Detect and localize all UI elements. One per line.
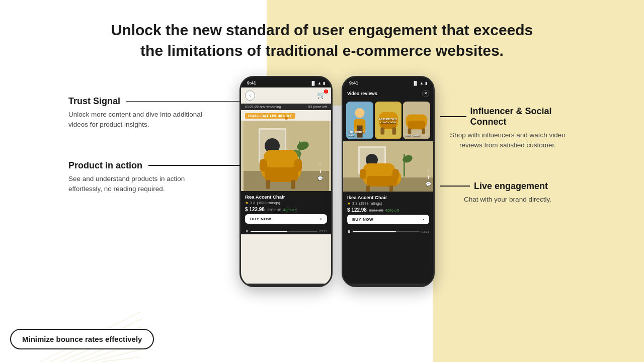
price-original-2: $182.98: [369, 208, 383, 213]
influencer-title: Influencer & Social Connect: [440, 106, 576, 127]
rating-count: (1988 ratings): [257, 201, 280, 205]
progress-time: 03:21: [319, 230, 327, 233]
close-button[interactable]: ✕: [422, 90, 429, 97]
cart-button[interactable]: 🛒 2: [317, 90, 327, 101]
phone-1-product-info: Ikea Accent Chair ★ 3.8 (1988 ratings) $…: [241, 191, 331, 228]
svg-rect-10: [264, 150, 298, 167]
phone-1-screen: 9:41 ▐▌ ▲ ▮ ‹ 🛒 2: [241, 77, 331, 286]
svg-rect-9: [265, 167, 298, 182]
svg-rect-13: [260, 159, 267, 171]
product-in-action-text: See and understand products in action ef…: [68, 174, 219, 195]
live-engagement-text: Chat with your brand directly.: [440, 195, 576, 205]
phone-2-buy-button[interactable]: BUY NOW ›: [347, 215, 429, 224]
cart-badge: 2: [324, 89, 328, 94]
phone-2-product-image: ♡ ℹ 💬: [343, 141, 433, 192]
heading-line2: the limitations of traditional e-commerc…: [140, 42, 504, 59]
product-in-action-title: Product in action: [68, 160, 239, 171]
product-in-action-line: [148, 165, 239, 166]
svg-rect-44: [366, 186, 370, 192]
thumb-1-label: The corner sofa.: [348, 130, 371, 137]
annotation-trust-signal: Trust Signal Unlock more content and div…: [68, 96, 239, 130]
phone-2-screen: 9:41 ▐▌ ▲ ▮ Video reviews ✕: [343, 77, 433, 286]
pause-icon: ⏸: [245, 229, 249, 233]
video-reviews-label: Video reviews: [347, 91, 377, 96]
live-engagement-line: [440, 186, 470, 187]
svg-point-19: [355, 108, 364, 118]
annotation-product-in-action: Product in action See and understand pro…: [68, 160, 239, 195]
phone-1-progress-bar: ⏸ 03:21: [241, 228, 331, 234]
cta-badge[interactable]: Minimize bounce rates effectively: [10, 329, 154, 349]
phone-2-status-icons: ▐▌ ▲ ▮: [413, 81, 427, 85]
svg-rect-45: [389, 186, 393, 192]
video-thumb-1[interactable]: The corner sofa.: [346, 102, 373, 139]
cta-badge-text: Minimize bounce rates effectively: [22, 335, 142, 343]
price-current-2: $ 122.98: [347, 207, 367, 213]
wifi-icon-2: ▲: [420, 81, 424, 85]
pieces-left: 03 piece left: [308, 105, 327, 109]
star-icon-2: ★: [347, 201, 351, 206]
phone-1-product-name: Ikea Accent Chair: [245, 194, 327, 200]
right-annotations: Influencer & Social Connect Shop with in…: [435, 76, 576, 235]
video-thumbs-row: The corner sofa.: [343, 100, 433, 141]
progress-fill-2: [353, 231, 396, 232]
phone-1-buy-button[interactable]: BUY NOW ›: [245, 214, 327, 224]
trust-signal-line: [126, 101, 239, 102]
svg-rect-26: [392, 127, 396, 134]
progress-fill: [251, 231, 287, 232]
phone-2: 9:41 ▐▌ ▲ ▮ Video reviews ✕: [342, 76, 435, 287]
thumb-2-caption: Exceptionally comfortable: [379, 117, 397, 124]
svg-rect-41: [363, 163, 395, 176]
scroll-dot: [285, 117, 288, 120]
svg-rect-11: [266, 180, 270, 189]
progress-track-2: [353, 231, 420, 232]
rating-value-2: 3.8: [352, 201, 357, 206]
phone-1-time: 9:41: [247, 80, 256, 85]
svg-rect-12: [291, 180, 295, 189]
phone-1-status-icons: ▐▌ ▲ ▮: [310, 81, 325, 85]
svg-text:💬: 💬: [426, 181, 432, 187]
rating-count-2: (1988 ratings): [359, 201, 382, 206]
back-button[interactable]: ‹: [245, 90, 255, 101]
video-thumb-3[interactable]: Cozy sofa.: [403, 102, 430, 139]
arrow-right-icon: ›: [320, 217, 322, 221]
svg-rect-29: [408, 121, 426, 129]
svg-rect-42: [360, 169, 366, 179]
phone-1-product-image: ♡ ℹ 💬: [241, 121, 331, 191]
live-engagement-title: Live engagement: [440, 181, 576, 192]
signal-icon-2: ▐▌: [413, 81, 418, 85]
svg-rect-43: [392, 169, 399, 179]
battery-icon-2: ▮: [425, 81, 427, 85]
sale-badge: DIWALI SALE LIVE 40% OFF: [245, 113, 295, 119]
timer-text: 01:21:22 hrs remaining: [245, 105, 281, 109]
price-discount: 40% off: [283, 208, 297, 212]
annotation-live-engagement: Live engagement Chat with your brand dir…: [440, 181, 576, 205]
phone-2-content: Video reviews ✕: [343, 87, 433, 284]
progress-track: [251, 231, 317, 232]
trust-signal-title: Trust Signal: [68, 96, 239, 107]
phone-1-rating: ★ 3.8 (1988 ratings): [245, 201, 327, 205]
phone-2-progress-bar: ⏸ 03:21: [343, 228, 433, 235]
heading-line1: Unlock the new standard of user engageme…: [111, 22, 533, 38]
buy-now-label-2: BUY NOW: [352, 217, 373, 222]
phones-area: 9:41 ▐▌ ▲ ▮ ‹ 🛒 2: [239, 76, 435, 287]
trust-signal-text: Unlock more content and dive into additi…: [68, 110, 219, 130]
svg-text:♡: ♡: [318, 162, 322, 167]
battery-icon: ▮: [323, 81, 325, 85]
phone-1-header: ‹ 🛒 2: [241, 87, 331, 104]
influencer-text: Shop with influencers and watch video re…: [440, 130, 576, 151]
phone-1-content: ‹ 🛒 2 01:21:22 hrs remaining 03 piece le…: [241, 87, 331, 284]
product-illustration: ♡ ℹ 💬: [244, 121, 329, 191]
phone-2-product-name: Ikea Accent Chair: [347, 195, 429, 200]
phone-2-rating: ★ 3.8 (1988 ratings): [347, 201, 429, 206]
pause-icon-2: ⏸: [347, 230, 351, 233]
video-thumb-2[interactable]: Exceptionally comfortable: [375, 102, 402, 139]
thumb-3-label: Cozy sofa.: [405, 134, 428, 137]
influencer-line: [440, 116, 466, 117]
rating-value: 3.8: [250, 201, 255, 205]
svg-rect-25: [380, 127, 384, 134]
price-current: $ 122.98: [245, 207, 265, 212]
phone-2-product-illustration: ♡ ℹ 💬: [343, 141, 433, 192]
price-original: $182.98: [267, 208, 281, 212]
phone-2-price: $ 122.98 $182.98 40% off: [347, 207, 429, 213]
main-area: Trust Signal Unlock more content and div…: [0, 76, 644, 287]
